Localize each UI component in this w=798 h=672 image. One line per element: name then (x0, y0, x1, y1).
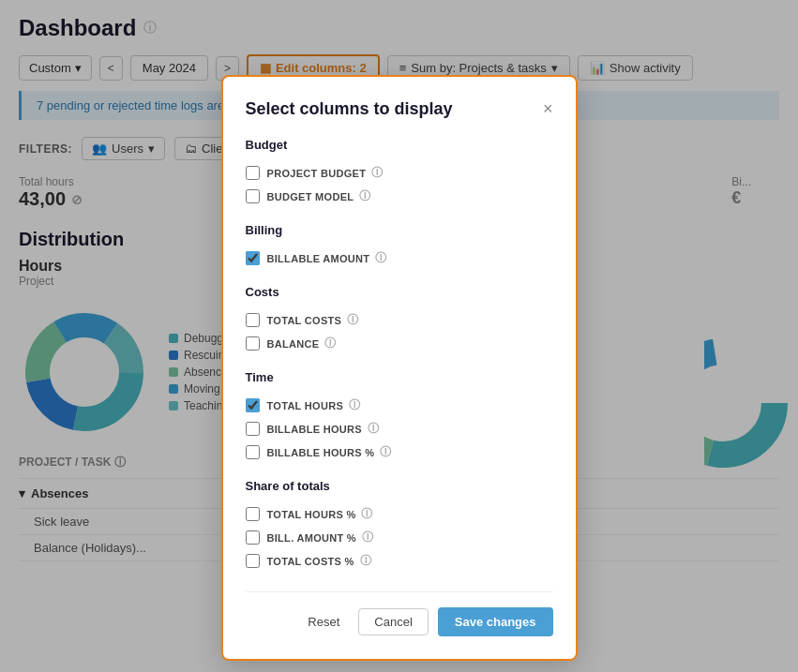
modal-footer: Reset Cancel Save changes (246, 591, 553, 636)
save-changes-button[interactable]: Save changes (438, 607, 553, 636)
balance-info-icon[interactable]: ⓘ (324, 336, 336, 351)
total-hours-pct-info-icon[interactable]: ⓘ (361, 506, 372, 522)
billable-amount-label[interactable]: BILLABLE AMOUNT ⓘ (267, 250, 387, 266)
billable-amount-row: BILLABLE AMOUNT ⓘ (246, 246, 553, 270)
bill-amount-pct-info-icon[interactable]: ⓘ (362, 530, 373, 545)
bill-amount-pct-label[interactable]: BILL. AMOUNT % ⓘ (267, 530, 374, 545)
billable-hours-pct-row: BILLABLE HOURS % ⓘ (246, 441, 553, 464)
budget-model-checkbox[interactable] (246, 189, 260, 203)
billable-hours-info-icon[interactable]: ⓘ (368, 421, 379, 437)
total-hours-pct-label[interactable]: TOTAL HOURS % ⓘ (267, 506, 373, 522)
time-section-title: Time (246, 370, 553, 384)
budget-model-info-icon[interactable]: ⓘ (359, 188, 370, 204)
page: Dashboard ⓘ Custom ▾ < May 2024 > ▦ Edit… (0, 0, 798, 672)
billing-section: Billing BILLABLE AMOUNT ⓘ (246, 223, 553, 270)
modal-close-button[interactable]: × (543, 99, 553, 119)
modal-title: Select columns to display (246, 99, 453, 119)
project-budget-checkbox[interactable] (246, 166, 260, 180)
billable-amount-checkbox[interactable] (246, 251, 260, 265)
modal-overlay: Select columns to display × Budget PROJE… (0, 0, 798, 672)
billable-hours-pct-label[interactable]: BILLABLE HOURS % ⓘ (267, 444, 392, 460)
budget-model-label[interactable]: BUDGET MODEL ⓘ (267, 188, 371, 204)
column-selector-modal: Select columns to display × Budget PROJE… (221, 75, 578, 661)
budget-section-title: Budget (246, 138, 553, 152)
billable-hours-checkbox[interactable] (246, 422, 260, 436)
bill-amount-pct-row: BILL. AMOUNT % ⓘ (246, 526, 553, 549)
billable-hours-row: BILLABLE HOURS ⓘ (246, 417, 553, 441)
share-section-title: Share of totals (246, 479, 553, 493)
billable-amount-info-icon[interactable]: ⓘ (375, 250, 386, 266)
project-budget-label[interactable]: PROJECT BUDGET ⓘ (267, 165, 384, 181)
total-costs-checkbox[interactable] (246, 313, 260, 327)
total-costs-pct-row: TOTAL COSTS % ⓘ (246, 549, 553, 573)
total-costs-row: TOTAL COSTS ⓘ (246, 308, 553, 332)
billable-hours-pct-info-icon[interactable]: ⓘ (380, 444, 391, 460)
total-hours-info-icon[interactable]: ⓘ (349, 397, 360, 413)
balance-row: BALANCE ⓘ (246, 332, 553, 355)
project-budget-row: PROJECT BUDGET ⓘ (246, 161, 553, 185)
balance-label[interactable]: BALANCE ⓘ (267, 336, 337, 351)
total-hours-checkbox[interactable] (246, 398, 260, 412)
share-of-totals-section: Share of totals TOTAL HOURS % ⓘ BILL. AM… (246, 479, 553, 573)
billable-hours-label[interactable]: BILLABLE HOURS ⓘ (267, 421, 380, 437)
total-hours-row: TOTAL HOURS ⓘ (246, 394, 553, 417)
total-hours-label[interactable]: TOTAL HOURS ⓘ (267, 397, 361, 413)
billing-section-title: Billing (246, 223, 553, 237)
costs-section: Costs TOTAL COSTS ⓘ BALANCE ⓘ (246, 285, 553, 355)
budget-section: Budget PROJECT BUDGET ⓘ BUDGET MODEL ⓘ (246, 138, 553, 208)
balance-checkbox[interactable] (246, 336, 260, 351)
total-hours-pct-checkbox[interactable] (246, 507, 260, 521)
total-costs-label[interactable]: TOTAL COSTS ⓘ (267, 312, 359, 328)
budget-model-row: BUDGET MODEL ⓘ (246, 185, 553, 208)
total-costs-pct-info-icon[interactable]: ⓘ (360, 553, 371, 569)
bill-amount-pct-checkbox[interactable] (246, 530, 260, 545)
cancel-button[interactable]: Cancel (358, 608, 428, 635)
billable-hours-pct-checkbox[interactable] (246, 445, 260, 459)
time-section: Time TOTAL HOURS ⓘ BILLABLE HOURS ⓘ (246, 370, 553, 464)
total-costs-pct-label[interactable]: TOTAL COSTS % ⓘ (267, 553, 371, 569)
total-costs-info-icon[interactable]: ⓘ (347, 312, 358, 328)
costs-section-title: Costs (246, 285, 553, 299)
project-budget-info-icon[interactable]: ⓘ (371, 165, 383, 181)
reset-button[interactable]: Reset (298, 609, 349, 635)
total-costs-pct-checkbox[interactable] (246, 554, 260, 568)
modal-header: Select columns to display × (246, 99, 553, 119)
total-hours-pct-row: TOTAL HOURS % ⓘ (246, 502, 553, 526)
